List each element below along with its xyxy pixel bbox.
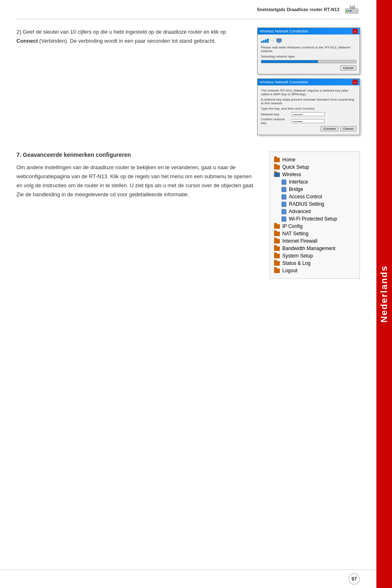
- menu-label-internet-firewall: Internet Firewall: [282, 238, 317, 244]
- dialog1-body-text: Please wait while Windows connects to th…: [261, 46, 356, 53]
- menu-item-advanced[interactable]: Advanced: [270, 208, 360, 215]
- network-key-input[interactable]: ••••••••: [292, 112, 325, 116]
- menu-item-home[interactable]: Home: [270, 156, 360, 163]
- svg-line-4: [350, 5, 350, 7]
- menu-item-interface[interactable]: Interface: [270, 178, 360, 186]
- dialog-images: Wireless Network Connection x ···: [257, 28, 360, 135]
- svg-rect-10: [277, 43, 281, 43]
- dialog2-title: Wireless Network Connection: [260, 80, 308, 84]
- header-title: Snelstartgids Draadloze router RT-N13: [257, 7, 339, 12]
- network-key-dots: ••••••••: [293, 113, 302, 116]
- menu-item-wireless[interactable]: Wireless: [270, 171, 360, 178]
- menu-label-wifi-protected: Wi-Fi Protected Setup: [289, 216, 337, 222]
- svg-rect-9: [278, 42, 280, 43]
- menu-label-quick-setup: Quick Setup: [282, 164, 309, 170]
- progress-bar-fill: [261, 60, 318, 63]
- step2-section: 2) Geef de sleutel van 10 cijfers op die…: [16, 28, 360, 135]
- menu-item-wifi-protected[interactable]: Wi-Fi Protected Setup: [270, 215, 360, 223]
- doc-icon-wifi-protected: [281, 216, 286, 222]
- step2-text-part2: (Verbinden). De verbinding wordt in een …: [38, 38, 216, 44]
- menu-item-bandwidth-management[interactable]: Bandwidth Management: [270, 245, 360, 252]
- section7-heading: 7. Geavanceerde kenmerken configureren: [16, 152, 257, 158]
- section7: 7. Geavanceerde kenmerken configureren O…: [16, 152, 360, 279]
- signal-bar-4: [267, 39, 269, 43]
- doc-icon-bridge: [281, 187, 286, 192]
- menu-item-status-log[interactable]: Status & Log: [270, 260, 360, 267]
- folder-icon-internet-firewall: [274, 239, 280, 243]
- dialog1-title: Wireless Network Connection: [260, 29, 308, 33]
- folder-icon-nat-setting: [274, 232, 280, 236]
- step2-number: 2): [16, 29, 21, 35]
- folder-icon-wireless: [274, 172, 280, 177]
- folder-icon-bandwidth-management: [274, 246, 280, 251]
- dialog1-detecting-text: Detecting network type...: [261, 55, 356, 58]
- dialog1-cancel-button[interactable]: Cancel: [340, 65, 356, 71]
- router-icon: [344, 3, 360, 16]
- svg-point-7: [350, 10, 351, 11]
- progress-bar: [261, 60, 356, 63]
- network-key-row: Network key: ••••••••: [261, 112, 356, 116]
- dialog2-close-button[interactable]: x: [353, 80, 357, 85]
- confirm-key-label: Confirm network key:: [261, 117, 290, 125]
- section7-body: Om andere instellingen van de draadloze …: [16, 163, 257, 199]
- dialog2-button-row: Connect Cancel: [261, 126, 356, 131]
- doc-icon-radius: [281, 202, 286, 207]
- dialog2-cancel-button[interactable]: Cancel: [340, 126, 356, 131]
- doc-icon-access-control: [281, 194, 286, 200]
- menu-item-internet-firewall[interactable]: Internet Firewall: [270, 237, 360, 245]
- router-menu: Home Quick Setup Wireless Interface Brid…: [270, 152, 360, 279]
- connect-bold-label: Connect: [16, 38, 38, 44]
- menu-label-advanced: Advanced: [289, 209, 311, 214]
- menu-label-access-control: Access Control: [289, 194, 322, 200]
- dialog1-button-row: Cancel: [261, 65, 356, 71]
- confirm-key-dots: ••••••••: [293, 119, 302, 123]
- menu-item-logout[interactable]: Logout: [270, 267, 360, 274]
- menu-item-ip-config[interactable]: IP Config: [270, 223, 360, 230]
- step2-text: 2) Geef de sleutel van 10 cijfers op die…: [16, 28, 245, 135]
- svg-point-5: [346, 10, 347, 11]
- menu-label-bandwidth-management: Bandwidth Management: [282, 246, 335, 251]
- menu-label-radius: RADIUS Setting: [289, 201, 324, 207]
- folder-icon-status-log: [274, 261, 280, 266]
- svg-rect-1: [350, 7, 355, 9]
- signal-bar-1: [261, 41, 263, 43]
- menu-item-quick-setup[interactable]: Quick Setup: [270, 163, 360, 171]
- menu-label-status-log: Status & Log: [282, 260, 311, 266]
- folder-icon-quick-setup: [274, 165, 280, 170]
- folder-icon-logout: [274, 269, 280, 273]
- dialog2-body-text2: A network key helps prevent unknown intr…: [261, 98, 356, 105]
- dialog1: Wireless Network Connection x ···: [257, 28, 360, 74]
- menu-item-nat-setting[interactable]: NAT Setting: [270, 230, 360, 237]
- dialog1-body: ··· Please wait while Windows connects t…: [258, 34, 360, 74]
- menu-label-bridge: Bridge: [289, 186, 303, 192]
- dialog2-prompt: Type the key, and then click Connect.: [261, 107, 356, 110]
- folder-icon-home: [274, 158, 280, 162]
- language-label: Nederlands: [379, 265, 390, 323]
- menu-item-system-setup[interactable]: System Setup: [270, 252, 360, 260]
- menu-item-radius[interactable]: RADIUS Setting: [270, 200, 360, 208]
- menu-item-bridge[interactable]: Bridge: [270, 186, 360, 193]
- dialog2-titlebar: Wireless Network Connection x: [258, 79, 360, 85]
- language-tab: Nederlands: [376, 0, 392, 588]
- dialog1-icon-row: ···: [261, 38, 356, 44]
- page-header: Snelstartgids Draadloze router RT-N13: [16, 0, 360, 19]
- menu-label-home: Home: [282, 157, 295, 163]
- menu-label-interface: Interface: [289, 179, 308, 185]
- svg-rect-8: [277, 39, 281, 42]
- section7-text-area: 7. Geavanceerde kenmerken configureren O…: [16, 152, 257, 279]
- doc-icon-interface: [281, 179, 286, 185]
- network-key-label: Network key:: [261, 113, 290, 116]
- signal-bars: [261, 39, 269, 43]
- dialog2-connect-button[interactable]: Connect: [321, 126, 339, 131]
- dialog1-close-button[interactable]: x: [353, 29, 357, 34]
- doc-icon-advanced: [281, 209, 286, 214]
- menu-item-access-control[interactable]: Access Control: [270, 193, 360, 200]
- svg-point-6: [348, 10, 349, 11]
- page-number: 97: [348, 573, 360, 585]
- dialog2-body: The network 'RT-N13_Network' requires a …: [258, 85, 360, 135]
- menu-label-logout: Logout: [282, 268, 297, 273]
- dialog2-body-text1: The network 'RT-N13_Network' requires a …: [261, 89, 356, 96]
- confirm-key-input[interactable]: ••••••••: [292, 119, 325, 123]
- menu-label-ip-config: IP Config: [282, 223, 302, 229]
- dialog1-dots: ···: [271, 39, 274, 43]
